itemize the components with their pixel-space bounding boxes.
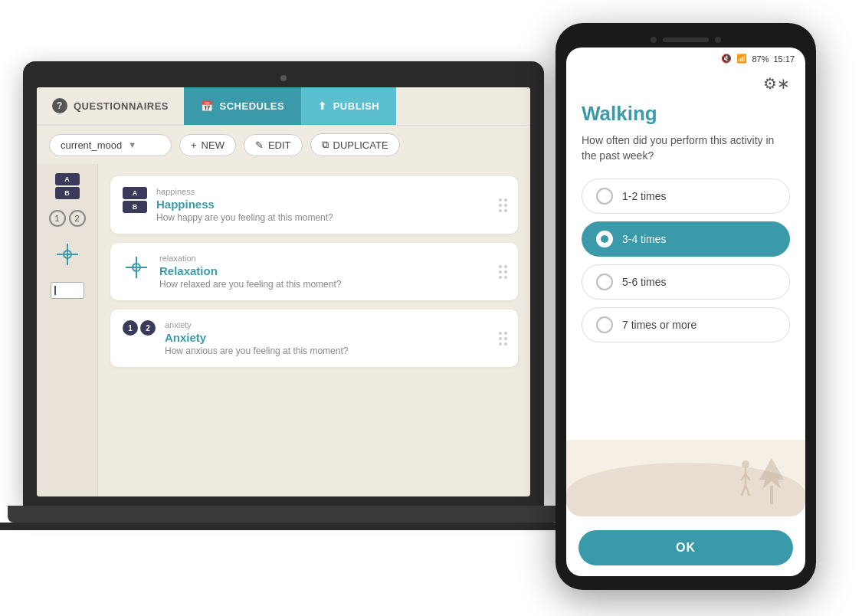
option-5-6-times[interactable]: 5-6 times — [582, 264, 790, 300]
pencil-icon: ✎ — [255, 139, 264, 151]
publish-label: PUBLISH — [333, 100, 380, 112]
drag-dot — [504, 276, 507, 279]
phone-body: 🔇 📶 87% 15:17 ⚙︎∗ Walking How often did … — [556, 23, 816, 590]
phone-speaker — [663, 38, 709, 42]
drag-dot — [504, 198, 507, 202]
happiness-subtitle: How happy are you feeling at this moment… — [156, 212, 506, 223]
laptop-main: A B happiness Happiness How happy are yo… — [98, 164, 530, 496]
drag-dot — [504, 342, 507, 346]
laptop-body: ? QUESTIONNAIRES 📅 SCHEDULES ⬆ PUBLISH c… — [23, 61, 544, 506]
wifi-icon: 📶 — [736, 54, 747, 64]
sidebar-a-label: A — [55, 173, 80, 185]
laptop-base — [8, 506, 559, 523]
svg-rect-6 — [770, 486, 773, 504]
laptop-content: A B 1 2 — [37, 164, 530, 496]
nav-publish-tab[interactable]: ⬆ PUBLISH — [301, 87, 396, 125]
relaxation-card[interactable]: relaxation Relaxation How relaxed are yo… — [110, 243, 518, 300]
drag-dot — [499, 198, 502, 202]
phone-question-text: How often did you perform this activity … — [582, 133, 790, 163]
relaxation-drag-handle[interactable] — [499, 265, 507, 279]
option-7-plus-label: 7 times or more — [622, 319, 696, 331]
happiness-a-badge: A — [123, 187, 147, 199]
phone-activity-title: Walking — [582, 102, 790, 126]
option-7-plus-times[interactable]: 7 times or more — [582, 307, 790, 342]
drag-dot — [499, 209, 502, 212]
publish-icon: ⬆ — [318, 100, 327, 112]
drag-dot — [504, 209, 507, 212]
laptop-screen: ? QUESTIONNAIRES 📅 SCHEDULES ⬆ PUBLISH c… — [37, 87, 530, 496]
figure-silhouette — [738, 460, 753, 503]
anxiety-drag-handle[interactable] — [499, 332, 507, 346]
nav-schedules-tab[interactable]: 📅 SCHEDULES — [184, 87, 301, 125]
relaxation-card-icon — [123, 254, 150, 281]
happiness-b-badge: B — [123, 201, 147, 213]
duplicate-button[interactable]: ⧉ DUPLICATE — [310, 133, 400, 156]
phone-screen: 🔇 📶 87% 15:17 ⚙︎∗ Walking How often did … — [566, 48, 805, 576]
phone-illustration — [566, 440, 805, 516]
laptop-topnav: ? QUESTIONNAIRES 📅 SCHEDULES ⬆ PUBLISH — [37, 87, 530, 126]
option-1-2-label: 1-2 times — [622, 190, 667, 202]
sidebar-ab-widget[interactable]: A B — [55, 173, 80, 199]
option-1-2-times[interactable]: 1-2 times — [582, 179, 790, 214]
schedules-label: SCHEDULES — [220, 100, 285, 112]
sidebar-text-widget[interactable] — [51, 282, 84, 299]
phone: 🔇 📶 87% 15:17 ⚙︎∗ Walking How often did … — [556, 23, 816, 590]
anxiety-card-text: anxiety Anxiety How anxious are you feel… — [165, 320, 506, 356]
copy-icon: ⧉ — [322, 139, 329, 151]
mute-icon: 🔇 — [721, 54, 732, 64]
happiness-title: Happiness — [156, 198, 506, 211]
happiness-card-icon: A B — [123, 187, 147, 213]
battery-label: 87% — [752, 54, 769, 64]
phone-settings-row: ⚙︎∗ — [582, 74, 790, 93]
anxiety-title: Anxiety — [165, 331, 506, 344]
num-1-circle: 1 — [49, 210, 66, 227]
drag-dot — [499, 276, 502, 279]
drag-dot — [504, 332, 507, 335]
radio-circle-2 — [596, 231, 613, 247]
phone-camera-dot2 — [715, 37, 721, 43]
sidebar-crosshair-widget[interactable] — [51, 238, 84, 271]
sidebar-number-widget[interactable]: 1 2 — [49, 210, 86, 227]
crosshair-icon — [126, 257, 147, 278]
settings-icon[interactable]: ⚙︎∗ — [763, 74, 790, 93]
laptop: ? QUESTIONNAIRES 📅 SCHEDULES ⬆ PUBLISH c… — [23, 61, 544, 552]
question-icon: ? — [52, 98, 67, 113]
drag-dot — [499, 204, 502, 207]
ok-button[interactable]: OK — [578, 530, 793, 565]
new-button[interactable]: + NEW — [179, 134, 236, 156]
anxiety-card[interactable]: 1 2 anxiety Anxiety How anxious are you … — [110, 310, 518, 367]
drag-dot — [499, 332, 502, 335]
phone-camera-dot — [651, 37, 657, 43]
option-3-4-label: 3-4 times — [622, 233, 667, 245]
sidebar-b-label: B — [55, 187, 80, 199]
svg-marker-7 — [759, 458, 784, 489]
tree-silhouette — [759, 458, 784, 504]
phone-content: ⚙︎∗ Walking How often did you perform th… — [566, 67, 805, 440]
phone-statusbar: 🔇 📶 87% 15:17 — [566, 48, 805, 67]
drag-dot — [504, 204, 507, 207]
questionnaire-dropdown[interactable]: current_mood ▼ — [49, 134, 172, 156]
edit-label: EDIT — [268, 139, 291, 151]
anxiety-card-icon: 1 2 — [123, 320, 156, 336]
radio-circle-3 — [596, 274, 613, 290]
nav-questionnaires[interactable]: ? QUESTIONNAIRES — [37, 87, 184, 125]
radio-selected-dot — [601, 235, 608, 243]
ok-button-wrapper: OK — [566, 516, 805, 576]
text-cursor-icon — [54, 286, 56, 295]
new-label: NEW — [202, 139, 225, 151]
drag-dot — [504, 265, 507, 268]
anxiety-category: anxiety — [165, 320, 506, 329]
relaxation-card-text: relaxation Relaxation How relaxed are yo… — [159, 254, 506, 290]
edit-button[interactable]: ✎ EDIT — [244, 134, 303, 156]
drag-dot — [504, 337, 507, 340]
anxiety-num1: 1 — [123, 320, 138, 336]
laptop-foot — [0, 523, 575, 530]
happiness-drag-handle[interactable] — [499, 198, 507, 212]
happiness-card[interactable]: A B happiness Happiness How happy are yo… — [110, 176, 518, 234]
happiness-category: happiness — [156, 187, 506, 196]
svg-line-5 — [746, 485, 749, 496]
laptop-sidebar: A B 1 2 — [37, 164, 98, 496]
happiness-card-text: happiness Happiness How happy are you fe… — [156, 187, 506, 223]
option-3-4-times[interactable]: 3-4 times — [582, 221, 790, 257]
plus-icon: + — [191, 139, 197, 151]
